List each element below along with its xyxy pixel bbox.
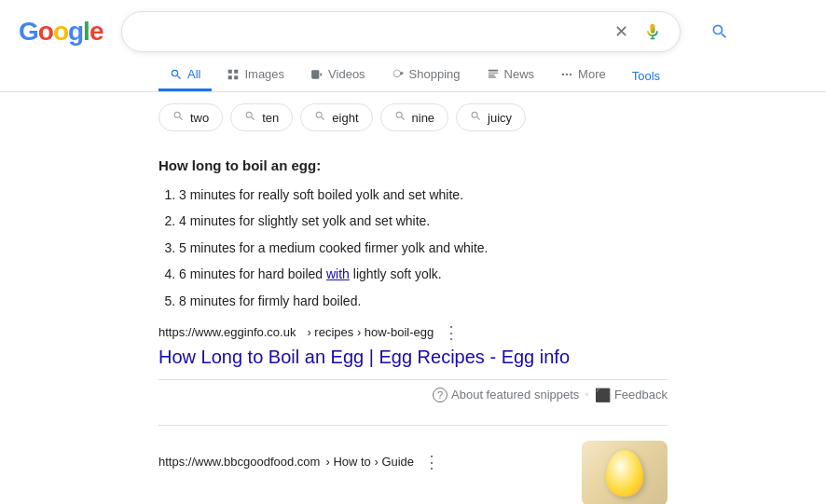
main-content: How long to boil an egg: 3 minutes for r… [0,143,826,504]
with-link[interactable]: with [326,266,350,281]
list-item: 4 minutes for slightly set yolk and set … [179,211,668,231]
logo-letter-g2: g [68,17,83,47]
list-item-5-text: 8 minutes for firmly hard boiled. [179,293,361,308]
tab-more-label: More [578,67,606,81]
egg-shape [606,450,643,497]
svg-rect-0 [228,69,232,73]
feedback-button[interactable]: ⬛ Feedback [595,388,668,402]
suggestion-ten[interactable]: ten [230,103,293,131]
feedback-box-icon: ⬛ [595,388,611,402]
feedback-label: Feedback [614,388,668,402]
suggestion-search-icon-eight [314,110,326,125]
tab-shopping-label: Shopping [409,67,461,81]
source-path: › recipes › how-boil-egg [307,325,434,339]
voice-search-button[interactable] [640,19,666,45]
suggestion-juicy-label: juicy [488,111,512,125]
svg-rect-7 [488,72,498,73]
logo-letter-o2: o [53,17,68,47]
tools-button[interactable]: Tools [621,61,671,90]
list-item-2-text: 4 minutes for slightly set yolk and set … [179,213,430,228]
svg-rect-8 [488,75,494,75]
close-icon: ✕ [614,22,628,41]
result-link[interactable]: How Long to Boil an Egg | Egg Recipes - … [158,347,668,368]
tab-videos[interactable]: Videos [299,60,377,91]
more-tab-icon [560,68,573,81]
tab-videos-label: Videos [328,67,365,81]
suggestion-search-icon-ten [244,110,256,125]
tab-images-label: Images [244,67,284,81]
list-item-3-text: 5 minutes for a medium cooked firmer yol… [179,240,488,255]
google-logo[interactable]: Google [19,17,103,47]
list-item: 5 minutes for a medium cooked firmer yol… [179,238,668,258]
snippet-title: How long to boil an egg: [158,157,668,173]
search-bar-wrapper: how long to boil an egg ✕ [121,11,681,52]
image-tab-icon [227,68,240,81]
second-source-domain: https://www.bbcgoodfood.com [158,455,320,469]
suggestion-juicy[interactable]: juicy [456,103,526,131]
source-url-row: https://www.egginfo.co.uk › recipes › ho… [158,322,668,343]
search-submit-button[interactable] [707,19,733,45]
second-source-menu-dots[interactable]: ⋮ [423,452,440,472]
svg-point-10 [562,73,564,75]
svg-point-11 [566,73,568,75]
source-domain: https://www.egginfo.co.uk [158,325,296,339]
search-tab-icon [170,68,183,81]
tab-news-label: News [504,67,535,81]
svg-rect-3 [235,75,239,79]
second-result-image [582,441,668,504]
second-source-url-row: https://www.bbcgoodfood.com › How to › G… [158,452,440,472]
list-item: 8 minutes for firmly hard boiled. [179,291,668,311]
svg-rect-4 [311,70,319,78]
logo-letter-e: e [89,17,103,47]
suggestion-nine-label: nine [412,111,435,125]
search-icon [710,22,729,41]
svg-rect-2 [228,75,232,79]
svg-point-12 [570,73,571,75]
suggestion-search-icon-juicy [470,110,482,125]
source-menu-dots[interactable]: ⋮ [443,322,460,343]
svg-rect-1 [235,69,239,73]
suggestion-ten-label: ten [262,111,279,125]
tab-shopping[interactable]: Shopping [380,60,472,91]
header: Google how long to boil an egg ✕ [0,0,826,52]
nav-tabs: All Images Videos Shopping News More Too… [0,52,826,92]
svg-rect-9 [488,76,495,77]
suggestion-two-label: two [190,111,209,125]
tab-all-label: All [187,67,200,81]
second-source-path: › How to › Guide [325,455,414,469]
about-featured-snippets[interactable]: ? About featured snippets [433,388,579,402]
snippet-list: 3 minutes for really soft boiled yolk an… [158,184,668,311]
clear-search-button[interactable]: ✕ [611,18,632,46]
list-item-4-text: 6 minutes for hard boiled with lightly s… [179,266,442,281]
news-tab-icon [487,68,500,81]
tab-news[interactable]: News [475,60,546,91]
tab-more[interactable]: More [549,60,617,91]
snippet-footer: ? About featured snippets • ⬛ Feedback [158,379,668,410]
tab-images[interactable]: Images [215,60,296,91]
suggestion-search-icon-two [172,110,185,125]
list-item-1-text: 3 minutes for really soft boiled yolk an… [179,187,463,202]
suggestion-eight[interactable]: eight [300,103,372,131]
shopping-tab-icon [392,68,405,81]
search-input[interactable]: how long to boil an egg [121,11,681,52]
about-snippets-label: About featured snippets [451,388,579,402]
question-circle-icon: ? [433,388,447,402]
featured-snippet: How long to boil an egg: 3 minutes for r… [158,143,668,425]
suggestion-two[interactable]: two [158,103,223,131]
list-item: 6 minutes for hard boiled with lightly s… [179,264,668,284]
logo-letter-g: G [19,17,38,47]
svg-marker-5 [321,72,323,76]
second-result: https://www.bbcgoodfood.com › How to › G… [158,425,668,504]
logo-letter-o1: o [38,17,53,47]
suggestion-nine[interactable]: nine [380,103,449,131]
microphone-icon [643,22,662,41]
voice-search-icon-wrap [640,19,666,45]
tab-all[interactable]: All [158,60,212,91]
svg-rect-6 [488,69,498,71]
second-result-left: https://www.bbcgoodfood.com › How to › G… [158,441,440,472]
suggestion-search-icon-nine [394,110,406,125]
suggestions-row: two ten eight nine juicy [0,92,826,143]
footer-divider: • [585,388,589,402]
logo-letter-l: l [83,17,89,47]
search-submit-area [707,19,733,45]
